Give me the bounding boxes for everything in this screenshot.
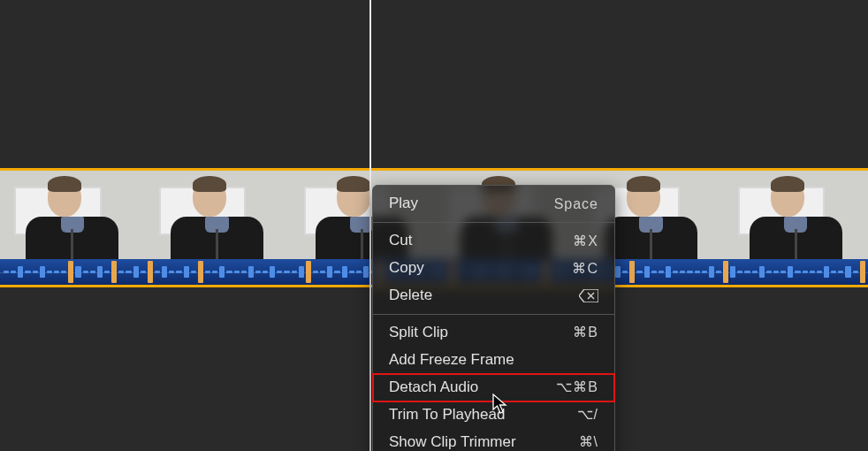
menu-item-label: Copy	[389, 258, 424, 279]
clip-thumbnail	[145, 171, 290, 259]
clip-thumbnail	[723, 171, 868, 259]
menu-item-label: Detach Audio	[389, 378, 478, 398]
menu-item-label: Trim To Playhead	[389, 405, 505, 425]
menu-item-show-clip-trimmer[interactable]: Show Clip Trimmer ⌘\	[373, 429, 614, 452]
menu-item-add-freeze-frame[interactable]: Add Freeze Frame	[373, 347, 614, 374]
menu-item-label: Add Freeze Frame	[389, 350, 514, 371]
menu-item-detach-audio[interactable]: Detach Audio ⌥⌘B	[373, 374, 614, 401]
menu-separator	[373, 222, 614, 223]
playhead[interactable]	[369, 0, 371, 451]
menu-item-shortcut: ⌘C	[572, 259, 598, 279]
menu-item-shortcut: ⌥⌘B	[556, 378, 598, 397]
menu-item-shortcut: ⌥/	[577, 405, 598, 424]
menu-item-copy[interactable]: Copy ⌘C	[373, 255, 614, 282]
menu-item-label: Cut	[389, 231, 412, 251]
clip-thumbnail	[0, 171, 145, 259]
menu-item-label: Split Clip	[389, 323, 448, 343]
menu-item-shortcut: ⌘\	[579, 432, 598, 451]
menu-item-delete[interactable]: Delete	[373, 282, 614, 310]
menu-item-label: Delete	[389, 286, 432, 306]
menu-separator	[373, 314, 614, 315]
menu-item-label: Play	[389, 194, 418, 214]
menu-item-label: Show Clip Trimmer	[389, 432, 516, 452]
delete-left-icon	[579, 289, 598, 302]
menu-item-shortcut: Space	[554, 195, 598, 214]
menu-item-shortcut: ⌘B	[573, 323, 598, 342]
menu-item-play[interactable]: Play Space	[373, 190, 614, 218]
menu-item-cut[interactable]: Cut ⌘X	[373, 227, 614, 255]
menu-item-trim-to-playhead[interactable]: Trim To Playhead ⌥/	[373, 401, 614, 429]
menu-item-split-clip[interactable]: Split Clip ⌘B	[373, 319, 614, 347]
menu-item-shortcut: ⌘X	[573, 232, 598, 251]
context-menu: Play Space Cut ⌘X Copy ⌘C Delete Split C…	[372, 185, 615, 451]
